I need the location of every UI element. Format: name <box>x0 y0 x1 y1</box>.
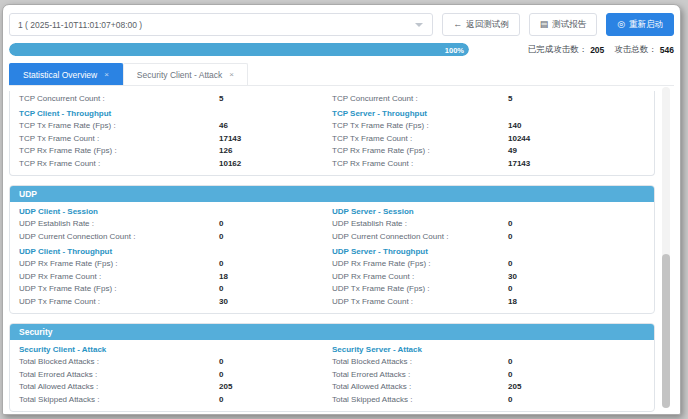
stat-label: UDP Current Connection Count : <box>332 232 508 241</box>
restart-icon: ◎ <box>617 20 625 29</box>
stat-row: UDP Rx Frame Count :18 <box>19 270 332 283</box>
stat-label: Total Skipped Attacks : <box>19 395 219 404</box>
stat-value: 0 <box>508 357 512 366</box>
scrollbar-thumb[interactable] <box>662 254 670 408</box>
stat-value: 205 <box>508 382 521 391</box>
stat-value: 0 <box>219 357 223 366</box>
test-report-label: 测试报告 <box>552 19 586 31</box>
stat-row: UDP Establish Rate :0 <box>332 218 645 231</box>
section-card-tcp: TCP Concurrent Count :5TCP Client - Thro… <box>9 91 655 176</box>
chevron-down-icon <box>415 23 423 27</box>
tab-statistical-overview[interactable]: Statistical Overview × <box>9 63 123 85</box>
stat-row: UDP Current Connection Count :0 <box>19 230 332 243</box>
stat-row: TCP Concurrent Count :5 <box>332 92 645 105</box>
stat-value: 0 <box>219 232 223 241</box>
stat-value: 0 <box>219 370 223 379</box>
stat-value: 5 <box>219 94 223 103</box>
total-attacks-value: 546 <box>660 45 674 55</box>
completed-attacks-value: 205 <box>590 45 604 55</box>
close-icon[interactable]: × <box>104 70 109 79</box>
stat-label: TCP Tx Frame Count : <box>19 134 219 143</box>
document-icon: ▤ <box>540 20 549 29</box>
stat-row: UDP Rx Frame Rate (Fps) :0 <box>19 258 332 271</box>
back-to-testcase-label: 返回测试例 <box>466 19 509 31</box>
stat-row: TCP Concurrent Count :5 <box>19 92 332 105</box>
stat-value: 0 <box>508 370 512 379</box>
stat-value: 140 <box>508 121 521 130</box>
stat-label: TCP Concurrent Count : <box>19 94 219 103</box>
stat-row: Total Blocked Attacks :0 <box>332 356 645 369</box>
stat-row: TCP Tx Frame Count :17143 <box>19 132 332 145</box>
stat-label: UDP Establish Rate : <box>332 219 508 228</box>
group-header: UDP Server - Session <box>332 203 645 218</box>
stat-value: 0 <box>219 259 223 268</box>
test-run-select-value: 1 ( 2025-11-10T11:01:07+08:00 ) <box>18 20 142 30</box>
stat-row: TCP Rx Frame Count :10162 <box>19 157 332 170</box>
stat-label: UDP Establish Rate : <box>19 219 219 228</box>
stat-label: UDP Tx Frame Count : <box>332 297 508 306</box>
section-body-tcp: TCP Concurrent Count :5TCP Client - Thro… <box>10 91 654 175</box>
stat-value: 30 <box>219 297 228 306</box>
stat-value: 0 <box>219 284 223 293</box>
stat-row: Total Skipped Attacks :0 <box>19 393 332 406</box>
stat-value: 18 <box>219 272 228 281</box>
stat-row: UDP Tx Frame Rate (Fps) :0 <box>19 283 332 296</box>
test-run-select[interactable]: 1 ( 2025-11-10T11:01:07+08:00 ) <box>9 13 433 36</box>
content-cards: TCP Concurrent Count :5TCP Client - Thro… <box>3 86 680 412</box>
attack-stats: 已完成攻击数： 205 攻击总数： 546 <box>528 44 674 56</box>
stat-row: TCP Rx Frame Rate (Fps) :49 <box>332 145 645 158</box>
stat-label: Total Skipped Attacks : <box>332 395 508 404</box>
stat-row: Total Errored Attacks :0 <box>332 368 645 381</box>
stat-row: UDP Current Connection Count :0 <box>332 230 645 243</box>
stat-value: 0 <box>508 232 512 241</box>
stat-value: 205 <box>219 382 232 391</box>
stat-row: Total Allowed Attacks :205 <box>332 381 645 394</box>
stat-row: UDP Rx Frame Count :30 <box>332 270 645 283</box>
group-header: UDP Client - Session <box>19 203 332 218</box>
stat-row: Total Allowed Attacks :205 <box>19 381 332 394</box>
stat-value: 0 <box>508 395 512 404</box>
stat-value: 46 <box>219 121 228 130</box>
stat-label: UDP Rx Frame Rate (Fps) : <box>332 259 508 268</box>
stat-value: 5 <box>508 94 512 103</box>
stat-value: 126 <box>219 146 232 155</box>
stat-row: UDP Tx Frame Count :18 <box>332 295 645 308</box>
tab-security-client-attack-label: Security Client - Attack <box>137 70 223 80</box>
stat-label: UDP Rx Frame Count : <box>19 272 219 281</box>
card-tcp-server-column: TCP Concurrent Count :5TCP Server - Thro… <box>332 92 645 170</box>
stat-value: 49 <box>508 146 517 155</box>
card-security-server-column: Security Server - AttackTotal Blocked At… <box>332 341 645 406</box>
card-tcp-client-column: TCP Concurrent Count :5TCP Client - Thro… <box>19 92 332 170</box>
stat-label: TCP Tx Frame Rate (Fps) : <box>332 121 508 130</box>
tab-bar: Statistical Overview × Security Client -… <box>9 63 674 86</box>
tab-security-client-attack[interactable]: Security Client - Attack × <box>123 63 248 85</box>
test-report-button[interactable]: ▤ 测试报告 <box>529 13 598 36</box>
total-attacks-label: 攻击总数： <box>614 44 657 56</box>
restart-label: 重新启动 <box>629 19 663 31</box>
card-udp-client-column: UDP Client - SessionUDP Establish Rate :… <box>19 203 332 308</box>
stat-label: Total Errored Attacks : <box>332 370 508 379</box>
stat-label: UDP Tx Frame Rate (Fps) : <box>332 284 508 293</box>
section-card-security: SecuritySecurity Client - AttackTotal Bl… <box>9 323 655 412</box>
stat-value: 17143 <box>219 134 241 143</box>
close-icon[interactable]: × <box>229 70 234 79</box>
group-header: UDP Server - Throughput <box>332 243 645 258</box>
stat-label: TCP Rx Frame Rate (Fps) : <box>19 146 219 155</box>
stat-row: Total Blocked Attacks :0 <box>19 356 332 369</box>
section-card-udp: UDPUDP Client - SessionUDP Establish Rat… <box>9 185 655 314</box>
vertical-scrollbar[interactable] <box>662 87 670 408</box>
stat-value: 0 <box>219 395 223 404</box>
stat-label: Total Errored Attacks : <box>19 370 219 379</box>
stat-label: Total Blocked Attacks : <box>19 357 219 366</box>
group-header: UDP Client - Throughput <box>19 243 332 258</box>
progress-row: 100% 已完成攻击数： 205 攻击总数： 546 <box>3 38 680 57</box>
stat-row: TCP Tx Frame Rate (Fps) :140 <box>332 120 645 133</box>
stat-label: UDP Tx Frame Rate (Fps) : <box>19 284 219 293</box>
stat-value: 0 <box>508 219 512 228</box>
stat-row: UDP Tx Frame Rate (Fps) :0 <box>332 283 645 296</box>
arrow-left-icon: ← <box>453 20 462 29</box>
group-header: Security Client - Attack <box>19 341 332 356</box>
back-to-testcase-button[interactable]: ← 返回测试例 <box>442 13 520 36</box>
restart-button[interactable]: ◎ 重新启动 <box>606 13 674 36</box>
stat-value: 18 <box>508 297 517 306</box>
